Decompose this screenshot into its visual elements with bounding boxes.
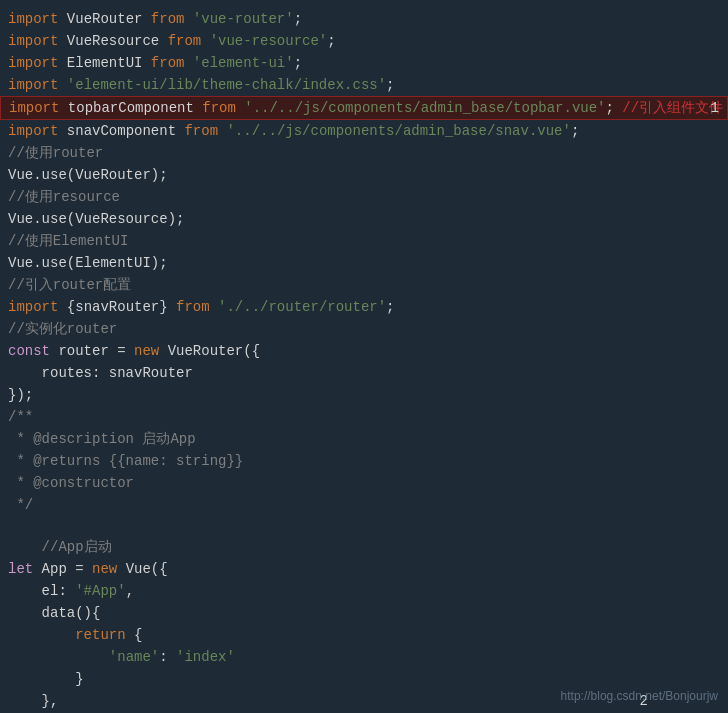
code-line: * @constructor	[0, 472, 728, 494]
code-line: import ElementUI from 'element-ui';	[0, 52, 728, 74]
code-line: //引入router配置	[0, 274, 728, 296]
code-line: //使用router	[0, 142, 728, 164]
code-line: import VueRouter from 'vue-router';	[0, 8, 728, 30]
code-line: routes: snavRouter	[0, 362, 728, 384]
code-line: let App = new Vue({	[0, 558, 728, 580]
code-line: import snavComponent from '../../js/comp…	[0, 120, 728, 142]
code-line: }	[0, 668, 728, 690]
code-line: //使用ElementUI	[0, 230, 728, 252]
annotation-badge-1: 1	[711, 98, 719, 118]
code-line: */	[0, 494, 728, 516]
code-line: * @returns {{name: string}}	[0, 450, 728, 472]
code-line: //实例化router	[0, 318, 728, 340]
code-line: el: '#App',	[0, 580, 728, 602]
code-line: * @description 启动App	[0, 428, 728, 450]
code-line: import {snavRouter} from './../router/ro…	[0, 296, 728, 318]
code-line: import 'element-ui/lib/theme-chalk/index…	[0, 74, 728, 96]
code-line: Vue.use(ElementUI);	[0, 252, 728, 274]
code-line: /**	[0, 406, 728, 428]
code-line: data(){	[0, 602, 728, 624]
code-line: Vue.use(VueRouter);	[0, 164, 728, 186]
code-line: });	[0, 384, 728, 406]
code-line: //App启动	[0, 536, 728, 558]
code-line: //使用resource	[0, 186, 728, 208]
code-line	[0, 516, 728, 536]
code-line: import topbarComponent from '../../js/co…	[0, 96, 728, 120]
watermark: http://blog.csdn.net/Bonjourjw	[561, 689, 718, 703]
code-line: 'name': 'index'	[0, 646, 728, 668]
code-line: Vue.use(VueResource);	[0, 208, 728, 230]
code-line: import VueResource from 'vue-resource';	[0, 30, 728, 52]
code-content: import VueRouter from 'vue-router';impor…	[0, 8, 728, 713]
code-line: const router = new VueRouter({	[0, 340, 728, 362]
code-line: return {	[0, 624, 728, 646]
code-editor: import VueRouter from 'vue-router';impor…	[0, 0, 728, 713]
